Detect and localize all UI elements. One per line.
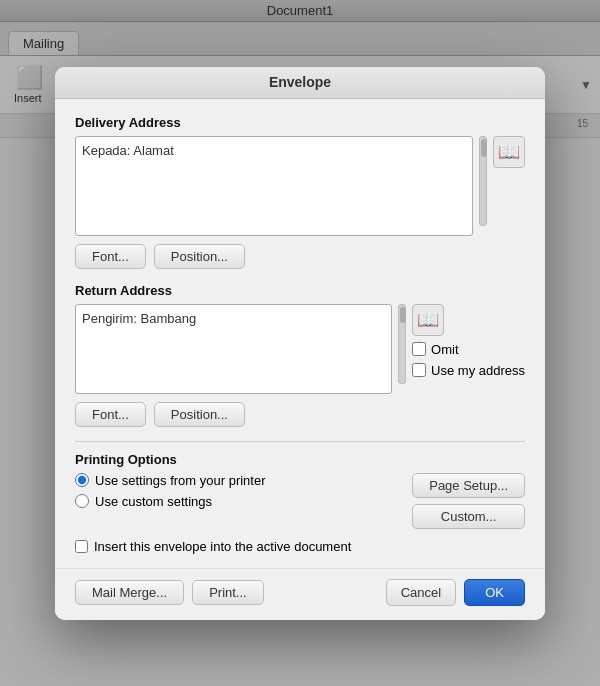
omit-checkbox[interactable] [412, 342, 426, 356]
dialog-footer: Mail Merge... Print... Cancel OK [55, 568, 545, 620]
dialog-title: Envelope [269, 74, 331, 90]
delivery-address-textarea[interactable] [75, 136, 473, 236]
cancel-button[interactable]: Cancel [386, 579, 456, 606]
omit-label: Omit [431, 342, 458, 357]
printing-row: Use settings from your printer Use custo… [75, 473, 525, 529]
delivery-font-position-row: Font... Position... [75, 244, 525, 269]
radio-use-printer[interactable] [75, 473, 89, 487]
dialog-titlebar: Envelope [55, 67, 545, 99]
return-address-textarea[interactable] [75, 304, 392, 394]
radio-custom-label: Use custom settings [95, 494, 212, 509]
radio-use-printer-label: Use settings from your printer [95, 473, 266, 488]
insert-envelope-checkbox[interactable] [75, 540, 88, 553]
footer-left: Mail Merge... Print... [75, 580, 264, 605]
app-window: Document1 Mailing ⬜ Insert rge Field ▼ 1… [0, 0, 600, 686]
use-my-address-label: Use my address [431, 363, 525, 378]
insert-envelope-row: Insert this envelope into the active doc… [75, 539, 525, 554]
radio-custom-row: Use custom settings [75, 494, 266, 509]
mail-merge-button[interactable]: Mail Merge... [75, 580, 184, 605]
use-my-address-checkbox[interactable] [412, 363, 426, 377]
return-font-button[interactable]: Font... [75, 402, 146, 427]
return-address-book-button[interactable]: 📖 [412, 304, 444, 336]
page-setup-button[interactable]: Page Setup... [412, 473, 525, 498]
use-my-address-row: Use my address [412, 363, 525, 378]
insert-envelope-label: Insert this envelope into the active doc… [94, 539, 351, 554]
custom-button[interactable]: Custom... [412, 504, 525, 529]
radio-use-printer-row: Use settings from your printer [75, 473, 266, 488]
print-side-buttons: Page Setup... Custom... [412, 473, 525, 529]
return-address-label: Return Address [75, 283, 525, 298]
radio-options: Use settings from your printer Use custo… [75, 473, 266, 509]
return-font-position-row: Font... Position... [75, 402, 525, 427]
dialog-overlay: Envelope Delivery Address 📖 [0, 0, 600, 686]
printing-options-section: Printing Options Use settings from your … [75, 441, 525, 554]
print-button[interactable]: Print... [192, 580, 264, 605]
envelope-dialog: Envelope Delivery Address 📖 [55, 67, 545, 620]
footer-right: Cancel OK [386, 579, 525, 606]
delivery-position-button[interactable]: Position... [154, 244, 245, 269]
printing-options-label: Printing Options [75, 452, 525, 467]
return-position-button[interactable]: Position... [154, 402, 245, 427]
return-side-options: 📖 Omit Use my address [412, 304, 525, 394]
omit-row: Omit [412, 342, 525, 357]
ok-button[interactable]: OK [464, 579, 525, 606]
delivery-font-button[interactable]: Font... [75, 244, 146, 269]
return-address-row: 📖 Omit Use my address [75, 304, 525, 394]
delivery-address-book-button[interactable]: 📖 [493, 136, 525, 168]
delivery-address-label: Delivery Address [75, 115, 525, 130]
dialog-body: Delivery Address 📖 Font... Position... [55, 99, 545, 568]
delivery-address-row: 📖 [75, 136, 525, 236]
radio-custom-settings[interactable] [75, 494, 89, 508]
